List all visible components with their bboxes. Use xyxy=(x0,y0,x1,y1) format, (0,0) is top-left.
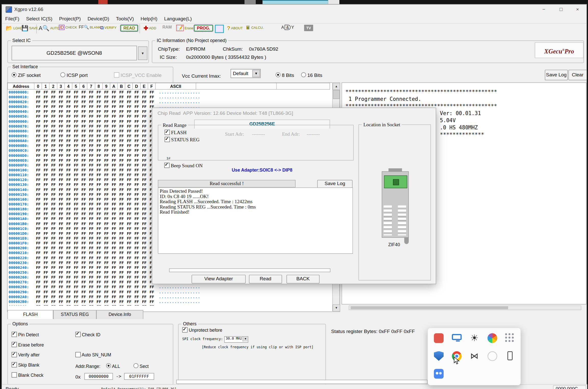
question-icon: ? xyxy=(227,25,230,31)
tab-flash[interactable]: FLASH xyxy=(7,310,53,319)
option-pin-detect[interactable]: Pin Detect xyxy=(12,332,39,337)
logic-gate-button[interactable]: A&Y xyxy=(281,25,294,30)
hex-row[interactable]: 000002A0:FFFFFFFFFFFFFFFFFFFFFFFFFFFFFFF… xyxy=(7,294,340,299)
save-button[interactable]: 💾SAVE xyxy=(21,25,38,32)
option-blank-check[interactable]: Blank Check xyxy=(12,372,44,378)
option-skip-blank[interactable]: Skip Blank xyxy=(12,362,39,368)
menu-item[interactable]: Language(L) xyxy=(161,14,195,21)
addr-range-sect-radio[interactable]: Sect xyxy=(133,363,148,369)
8bits-radio[interactable]: 8 Bits xyxy=(276,72,294,78)
spi-clock-select[interactable]: 30.0 MHz▼ xyxy=(224,336,248,343)
butterfly-icon[interactable]: ⋈ xyxy=(470,351,479,361)
chiptype-label: ChipType: xyxy=(158,46,180,52)
checkbox-icon xyxy=(114,72,119,78)
menu-item[interactable]: Tools(V) xyxy=(113,14,137,21)
dialog-back-button[interactable]: BACK xyxy=(286,275,320,283)
about-button[interactable]: ?ABOUT xyxy=(227,25,243,31)
shield-icon[interactable] xyxy=(434,351,444,361)
16bits-radio[interactable]: 16 Bits xyxy=(301,72,322,78)
erase-button[interactable]: 📝Erase xyxy=(176,25,193,31)
chip-pins-button[interactable] xyxy=(215,25,224,33)
menu-item[interactable]: File(F) xyxy=(2,14,23,21)
checkbox-icon xyxy=(12,372,17,378)
gray-circle-icon[interactable] xyxy=(487,351,497,361)
status-reg-checkbox[interactable]: STATUS REG xyxy=(165,137,199,143)
read-button[interactable]: READ xyxy=(120,25,138,32)
hex-row[interactable]: 00000280:FFFFFFFFFFFFFFFFFFFFFFFFFFFFFFF… xyxy=(7,285,340,289)
load-button[interactable]: 📂LOAD xyxy=(6,25,23,32)
maximize-button[interactable]: □ xyxy=(553,5,569,14)
option-verify-after[interactable]: Verify after xyxy=(12,352,40,358)
selected-ic-value[interactable]: GD25B256E @WSON8 xyxy=(12,46,137,60)
tab-device-info[interactable]: Device.Info xyxy=(96,310,143,319)
red-app-icon[interactable] xyxy=(434,333,444,343)
unprotect-checkbox[interactable]: Unprotect before xyxy=(182,327,222,333)
hex-row[interactable]: 00000020:FFFFFFFFFFFFFFFFFFFFFFFFFFFFFFF… xyxy=(7,99,340,104)
ic-dropdown-button[interactable]: ▼ xyxy=(138,47,147,60)
scrollbar-thumb[interactable] xyxy=(333,90,340,99)
hex-row[interactable]: 00000290:FFFFFFFFFFFFFFFFFFFFFFFFFFFFFFF… xyxy=(7,289,340,294)
sun-icon[interactable]: ☀ xyxy=(470,333,479,343)
minimize-button[interactable]: − xyxy=(536,5,552,14)
ic-info-group: IC Information (No Project opened) ChipT… xyxy=(152,40,584,63)
tab-status-reg[interactable]: STATUS REG xyxy=(53,310,96,319)
menu-item[interactable]: Help(H) xyxy=(137,14,161,21)
scroll-up-icon[interactable]: ▲ xyxy=(333,83,340,90)
teams-icon[interactable] xyxy=(434,369,444,379)
clear-button[interactable]: Clear xyxy=(568,70,587,80)
addr-range-all-radio[interactable]: ALL xyxy=(106,363,120,369)
beep-checkbox[interactable]: Beep Sound ON xyxy=(164,163,203,169)
log-horizontal-scrollbar[interactable] xyxy=(349,305,581,310)
display-icon[interactable] xyxy=(452,334,461,340)
view-adapter-button[interactable]: View Adapter xyxy=(192,275,245,283)
calculator-icon: 🖩 xyxy=(246,25,251,30)
flash-checkbox[interactable]: FLASH xyxy=(165,130,186,136)
option-erase-before[interactable]: Erase before xyxy=(12,342,44,348)
addr-range-label: Addr.Range: xyxy=(75,364,100,369)
phone-icon[interactable] xyxy=(507,351,513,360)
ram-button[interactable]: RAM xyxy=(162,25,172,29)
hex-row[interactable]: 000002B0:FFFFFFFFFFFFFFFFFFFFFFFFFFFFFFF… xyxy=(7,299,340,304)
zif-socket-radio[interactable]: ZIF socket xyxy=(12,72,41,78)
toolbar-separator xyxy=(140,24,140,33)
close-button[interactable]: × xyxy=(569,5,586,14)
scrollbar-thumb[interactable] xyxy=(351,306,508,309)
prog-button[interactable]: PROG. xyxy=(194,25,213,32)
option-check-id[interactable]: Check ID xyxy=(75,332,100,337)
hex-column-header: A xyxy=(110,83,118,90)
hex-row[interactable]: 00000000:FFFFFFFFFFFFFFFFFFFFFFFFFFFFFFF… xyxy=(7,90,340,94)
save-log-button[interactable]: Save Log xyxy=(545,70,568,80)
dialog-save-log-button[interactable]: Save Log xyxy=(317,180,352,188)
dialog-read-button[interactable]: Read xyxy=(249,275,282,283)
hex-row[interactable]: 000002C0:FFFFFFFFFFFFFFFFFFFFFFFFFFFFFFF… xyxy=(7,304,340,305)
group-title: Set Interface xyxy=(11,64,39,70)
check-id-button[interactable]: IDCHECK xyxy=(59,25,77,30)
checkbox-icon xyxy=(182,327,188,333)
addr-from-input[interactable]: 00000000 xyxy=(84,373,113,380)
add-button[interactable]: ✚ADD xyxy=(144,25,156,32)
device-log-fragment: 5.04V xyxy=(440,117,456,123)
photos-icon[interactable] xyxy=(487,333,497,343)
menu-item[interactable]: Device(D) xyxy=(84,14,113,21)
end-adr-value: -------- xyxy=(307,131,320,137)
scroll-down-icon[interactable]: ▼ xyxy=(333,304,340,312)
menu-item[interactable]: Project(P) xyxy=(56,14,84,21)
vcc-imax-select[interactable]: Default ▼ xyxy=(231,69,261,78)
icsp-vcc-checkbox: ICSP_VCC Enable xyxy=(114,72,162,78)
auto-button[interactable]: A🔍AUTO xyxy=(39,25,60,32)
menu-item[interactable]: Select IC(S) xyxy=(23,14,56,21)
toolbar-separator xyxy=(36,24,37,33)
apps-grid-icon[interactable] xyxy=(505,333,515,343)
checkbox-icon xyxy=(75,352,81,357)
addr-to-input[interactable]: 01FFFFFF xyxy=(124,373,154,380)
icsp-port-radio[interactable]: ICSP port xyxy=(60,72,88,78)
checkbox-icon xyxy=(164,163,170,168)
option-auto-sn-num[interactable]: Auto SN_NUM xyxy=(75,352,111,358)
tv-button[interactable]: TV xyxy=(304,25,313,31)
hex-row[interactable]: 00000010:FFFFFFFFFFFFFFFFFFFFFFFFFFFFFFF… xyxy=(7,94,340,99)
calcu-button[interactable]: 🖩CALCU. xyxy=(246,25,264,30)
title-bar[interactable]: Xgpro v12.66 − □ × xyxy=(2,5,586,14)
verify-button[interactable]: ⧉VERIFY xyxy=(100,25,117,31)
blank-button[interactable]: FF🔍BLANK xyxy=(79,25,101,30)
group-title: Others xyxy=(182,321,198,327)
